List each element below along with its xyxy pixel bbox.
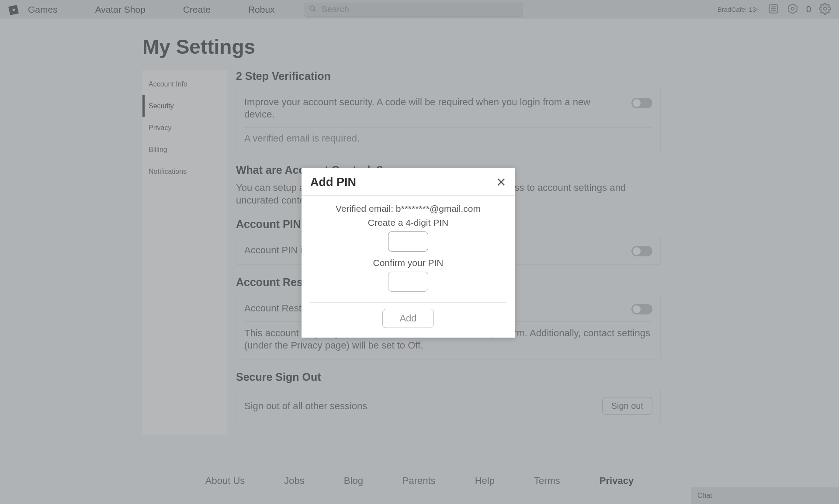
add-button[interactable]: Add (382, 309, 433, 328)
create-pin-input[interactable] (388, 231, 428, 252)
modal-divider (310, 302, 506, 303)
close-icon[interactable]: ✕ (496, 176, 506, 189)
verified-email-line: Verified email: b********@gmail.com (310, 204, 506, 214)
create-pin-label: Create a 4-digit PIN (310, 217, 506, 228)
confirm-pin-label: Confirm your PIN (310, 258, 506, 268)
modal-header: Add PIN ✕ (302, 168, 515, 196)
modal-title: Add PIN (310, 176, 356, 189)
add-pin-modal: Add PIN ✕ Verified email: b********@gmai… (302, 168, 515, 338)
confirm-pin-input[interactable] (388, 272, 428, 292)
modal-body: Verified email: b********@gmail.com Crea… (302, 196, 515, 338)
